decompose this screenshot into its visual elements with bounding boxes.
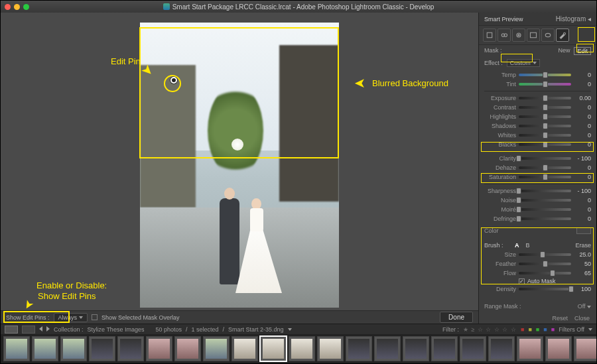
saturation-slider[interactable]: Saturation0 — [484, 172, 591, 182]
tint-slider[interactable]: Tint0 — [484, 80, 591, 89]
svg-point-7 — [564, 32, 566, 34]
show-mask-overlay-checkbox[interactable] — [92, 314, 98, 320]
filmstrip-thumb[interactable] — [545, 336, 572, 361]
svg-rect-0 — [487, 32, 492, 38]
brush-feather-slider[interactable]: Feather50 — [484, 259, 591, 269]
temp-slider[interactable]: Temp0 — [484, 70, 591, 80]
photo-count: 50 photos — [155, 326, 182, 333]
brush-reset-button[interactable]: Reset — [552, 315, 568, 322]
filter-stars[interactable]: ★ ≥ ☆ ☆ ☆ ☆ ☆ — [463, 326, 517, 333]
brush-size-slider[interactable]: Size25.0 — [484, 250, 591, 259]
blacks-slider[interactable]: Blacks0 — [484, 140, 591, 149]
effect-preset-dropdown[interactable]: Custom — [507, 59, 540, 67]
graduated-filter-icon[interactable] — [527, 29, 540, 42]
filmstrip-thumb[interactable] — [232, 336, 258, 361]
minimize-window-button[interactable] — [14, 4, 20, 10]
canvas[interactable]: Edit Pin ➤ Blurred Background ➤ Enable o… — [1, 13, 478, 310]
filmstrip-thumb[interactable] — [117, 336, 144, 361]
secondary-display-button[interactable] — [5, 326, 18, 334]
show-edit-pins-value: Always — [58, 314, 78, 321]
tone-sliders: Temp0 Tint0 Exposure0.00 Contrast0 Highl… — [479, 69, 596, 226]
mask-label: Mask : — [484, 47, 502, 55]
window-controls — [5, 4, 29, 10]
contrast-slider[interactable]: Contrast0 — [484, 103, 591, 112]
filmstrip-thumb[interactable] — [517, 336, 543, 361]
filmstrip-thumb[interactable] — [574, 336, 596, 361]
reset-close-row: Reset Close — [479, 312, 596, 324]
done-button[interactable]: Done — [440, 312, 473, 323]
filmstrip-thumb[interactable] — [203, 336, 230, 361]
filmstrip-thumb[interactable] — [89, 336, 115, 361]
whites-slider[interactable]: Whites0 — [484, 131, 591, 140]
filmstrip-thumb[interactable] — [289, 336, 315, 361]
filmstrip-thumb[interactable] — [403, 336, 429, 361]
clarity-slider[interactable]: Clarity- 100 — [484, 154, 591, 163]
filmstrip-thumb[interactable] — [460, 336, 486, 361]
auto-mask-row[interactable]: ✓Auto Mask — [484, 278, 591, 284]
filmstrip[interactable] — [1, 334, 596, 363]
brush-flow-slider[interactable]: Flow65 — [484, 269, 591, 278]
crop-tool-icon[interactable] — [483, 29, 496, 42]
brush-label: Brush : — [484, 242, 503, 249]
mask-edit-button[interactable]: Edit — [574, 47, 591, 55]
chevron-down-icon — [533, 62, 537, 64]
filmstrip-thumb[interactable] — [3, 336, 30, 361]
show-edit-pins-dropdown[interactable]: Always — [54, 313, 88, 322]
auto-mask-checkbox[interactable]: ✓ — [519, 278, 525, 284]
histogram-label[interactable]: Histogram ◂ — [556, 15, 591, 23]
develop-panel: Smart Preview Histogram ◂ Mask : New Edi… — [478, 13, 596, 324]
brush-section: Brush : A B Erase Size25.0 Feather50 Flo… — [479, 239, 596, 296]
range-mask-value: Off — [578, 303, 586, 310]
dehaze-slider[interactable]: Dehaze0 — [484, 163, 591, 172]
svg-point-4 — [518, 34, 519, 36]
filmstrip-info-bar: Collection : Stylize These Images 50 pho… — [1, 324, 596, 334]
defringe-slider[interactable]: Defringe0 — [484, 214, 591, 223]
show-edit-pins-label: Show Edit Pins : — [6, 314, 50, 321]
noise-slider[interactable]: Noise0 — [484, 196, 591, 205]
annotation-edit-pin-label: Edit Pin — [111, 56, 141, 66]
filmstrip-thumb[interactable] — [60, 336, 87, 361]
collection-name[interactable]: Stylize These Images — [88, 326, 145, 333]
moire-slider[interactable]: Moiré0 — [484, 205, 591, 214]
brush-a-tab[interactable]: A — [515, 242, 519, 249]
primary-display-button[interactable] — [22, 326, 35, 334]
brush-b-tab[interactable]: B — [526, 242, 530, 249]
filmstrip-thumb[interactable] — [146, 336, 172, 361]
filmstrip-thumb[interactable] — [431, 336, 458, 361]
brush-erase-tab[interactable]: Erase — [575, 242, 591, 249]
spot-removal-icon[interactable] — [498, 29, 511, 42]
filmstrip-thumb[interactable] — [346, 336, 372, 361]
main-area: Edit Pin ➤ Blurred Background ➤ Enable o… — [1, 13, 596, 324]
adjustment-brush-icon[interactable] — [556, 29, 569, 42]
annotation-blurred-bg-label: Blurred Background — [372, 78, 448, 88]
color-swatch[interactable] — [576, 227, 591, 234]
close-window-button[interactable] — [5, 4, 11, 10]
filmstrip-thumb[interactable] — [174, 336, 201, 361]
redeye-tool-icon[interactable] — [512, 29, 525, 42]
filmstrip-thumb[interactable] — [32, 336, 58, 361]
sharpness-slider[interactable]: Sharpness- 100 — [484, 186, 591, 196]
filmstrip-thumb[interactable] — [374, 336, 401, 361]
filmstrip-thumb-selected[interactable] — [260, 336, 287, 361]
color-row[interactable]: Color — [479, 226, 596, 235]
mask-new-button[interactable]: New — [558, 47, 570, 55]
brush-density-slider[interactable]: Density100 — [484, 284, 591, 294]
radial-filter-icon[interactable] — [541, 29, 555, 42]
filmstrip-thumb[interactable] — [488, 336, 515, 361]
range-mask-row[interactable]: Range Mask : Off — [479, 300, 596, 312]
edited-photo[interactable] — [140, 23, 339, 308]
filmstrip-thumb[interactable] — [317, 336, 344, 361]
exposure-slider[interactable]: Exposure0.00 — [484, 93, 591, 103]
filter-label: Filter : — [442, 326, 459, 333]
nav-back-button[interactable] — [39, 326, 42, 333]
mask-row: Mask : New Edit — [479, 45, 596, 57]
shadows-slider[interactable]: Shadows0 — [484, 121, 591, 131]
brush-edit-pin[interactable] — [170, 77, 177, 84]
local-adjustment-tools — [479, 25, 596, 45]
brush-close-button[interactable]: Close — [574, 315, 590, 322]
filters-off-label[interactable]: Filters Off — [559, 326, 584, 333]
highlights-slider[interactable]: Highlights0 — [484, 112, 591, 121]
chevron-down-icon — [587, 306, 591, 308]
maximize-window-button[interactable] — [23, 4, 29, 10]
nav-forward-button[interactable] — [46, 326, 50, 333]
